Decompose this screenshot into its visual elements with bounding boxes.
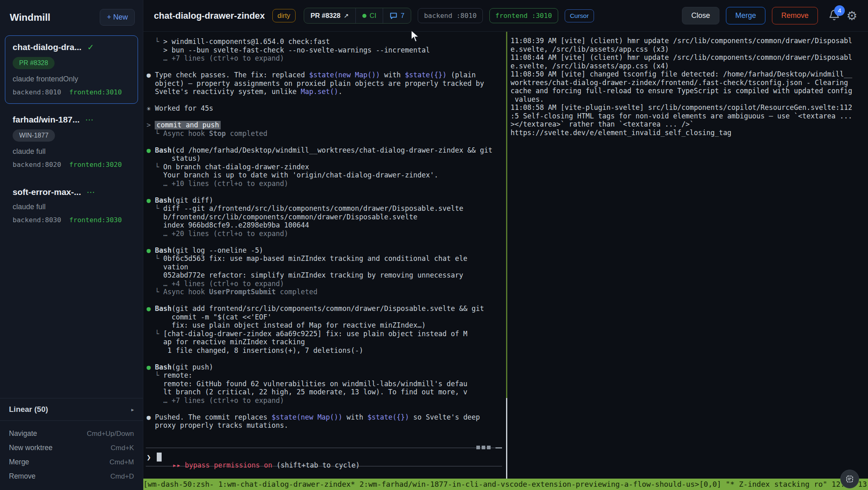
external-link-icon: ↗ bbox=[344, 12, 349, 20]
pr-link[interactable]: PR #8328 ↗ bbox=[304, 8, 355, 23]
notifications-bell[interactable]: 4 bbox=[829, 9, 840, 22]
permissions-mode-line[interactable]: ▸▸bypass permissions on (shift+tab to cy… bbox=[147, 453, 360, 477]
frontend-port-label: frontend:3010 bbox=[69, 88, 122, 96]
check-icon: ✓ bbox=[87, 42, 94, 52]
backend-port-label: backend:8020 bbox=[13, 161, 61, 168]
pr-badge: PR #8328 bbox=[13, 57, 55, 69]
ellipsis-menu-icon[interactable]: ⋯ bbox=[85, 118, 94, 122]
agent-mode-label: claude full bbox=[13, 203, 131, 211]
dirty-badge: dirty bbox=[272, 9, 296, 22]
worktree-card-soft-error[interactable]: soft-error-max-... ⋯ claude full backend… bbox=[5, 180, 138, 232]
remove-button[interactable]: Remove bbox=[772, 7, 818, 24]
shortcut-new-worktree[interactable]: New worktree Cmd+K bbox=[9, 441, 134, 455]
frontend-port-chip[interactable]: frontend :3010 bbox=[489, 8, 558, 23]
list-lines-icon bbox=[845, 475, 854, 483]
worktree-page-title: chat-dialog-drawer-zindex bbox=[154, 11, 265, 21]
shortcut-remove[interactable]: Remove Cmd+D bbox=[9, 469, 134, 483]
ellipsis-menu-icon[interactable]: ⋯ bbox=[87, 190, 96, 194]
pr-status-group: PR #8328 ↗ CI 7 bbox=[304, 8, 412, 24]
shortcut-merge[interactable]: Merge Cmd+M bbox=[9, 455, 134, 469]
ci-status-dot-icon bbox=[362, 14, 366, 18]
resize-dash-icon[interactable] bbox=[495, 447, 502, 448]
linear-section-label: Linear (50) bbox=[9, 405, 48, 414]
ci-status[interactable]: CI bbox=[355, 8, 383, 23]
linear-section-toggle[interactable]: Linear (50) ▸ bbox=[0, 398, 143, 421]
merge-button[interactable]: Merge bbox=[726, 7, 765, 24]
worktree-title: farhad/win-187... bbox=[13, 115, 80, 125]
cursor-chip[interactable]: Cursor bbox=[565, 9, 594, 22]
worktree-title: chat-dialog-dra... bbox=[13, 42, 81, 52]
frontend-port-label: frontend:3030 bbox=[69, 216, 122, 224]
linear-issue-badge: WIN-1877 bbox=[13, 129, 55, 142]
close-button[interactable]: Close bbox=[682, 7, 719, 24]
vite-log-output: 11:08:39 AM [vite] (client) hmr update /… bbox=[507, 32, 868, 137]
backend-port-label: backend:8010 bbox=[13, 88, 61, 96]
vite-log-pane[interactable]: 11:08:39 AM [vite] (client) hmr update /… bbox=[507, 32, 868, 479]
backend-port-chip[interactable]: backend :8010 bbox=[418, 8, 482, 23]
claude-terminal-pane[interactable]: └ > windmill-components@1.654.0 check:fa… bbox=[143, 32, 506, 479]
agent-mode-label: claude full bbox=[13, 147, 131, 156]
terminal-output: └ > windmill-components@1.654.0 check:fa… bbox=[143, 32, 506, 430]
frontend-port-label: frontend:3020 bbox=[69, 161, 122, 168]
drag-handle-icon[interactable] bbox=[476, 446, 491, 449]
floating-log-button[interactable] bbox=[840, 470, 859, 488]
backend-port-label: backend:8030 bbox=[13, 216, 61, 224]
settings-gear-icon[interactable]: ⚙ bbox=[846, 10, 857, 22]
sidebar: Windmill + New chat-dialog-dra... ✓ PR #… bbox=[0, 0, 143, 490]
agent-mode-label: claude frontendOnly bbox=[13, 75, 131, 83]
chevron-right-icon: ▸ bbox=[131, 407, 134, 413]
shortcut-navigate[interactable]: Navigate Cmd+Up/Down bbox=[9, 427, 134, 441]
new-worktree-button[interactable]: + New bbox=[100, 9, 135, 26]
double-arrow-icon: ▸▸ bbox=[172, 461, 180, 469]
worktree-card-chat-dialog[interactable]: chat-dialog-dra... ✓ PR #8328 claude fro… bbox=[5, 35, 138, 104]
main-header: chat-dialog-drawer-zindex dirty PR #8328… bbox=[143, 0, 868, 32]
pr-comments[interactable]: 7 bbox=[383, 8, 411, 23]
input-divider-top bbox=[146, 448, 502, 448]
notification-count-badge: 4 bbox=[834, 5, 845, 16]
app-window: Windmill + New chat-dialog-dra... ✓ PR #… bbox=[0, 0, 868, 490]
worktree-title: soft-error-max-... bbox=[13, 187, 81, 197]
comment-bubble-icon bbox=[390, 12, 397, 20]
shortcut-legend: Navigate Cmd+Up/Down New worktree Cmd+K … bbox=[0, 421, 143, 490]
app-title: Windmill bbox=[10, 12, 50, 23]
tmux-status-bar[interactable]: [wm-dash-50:zsh- 1:wm-chat-dialog-drawer… bbox=[143, 479, 868, 490]
worktree-card-win-1877[interactable]: farhad/win-187... ⋯ WIN-1877 claude full… bbox=[5, 108, 138, 176]
